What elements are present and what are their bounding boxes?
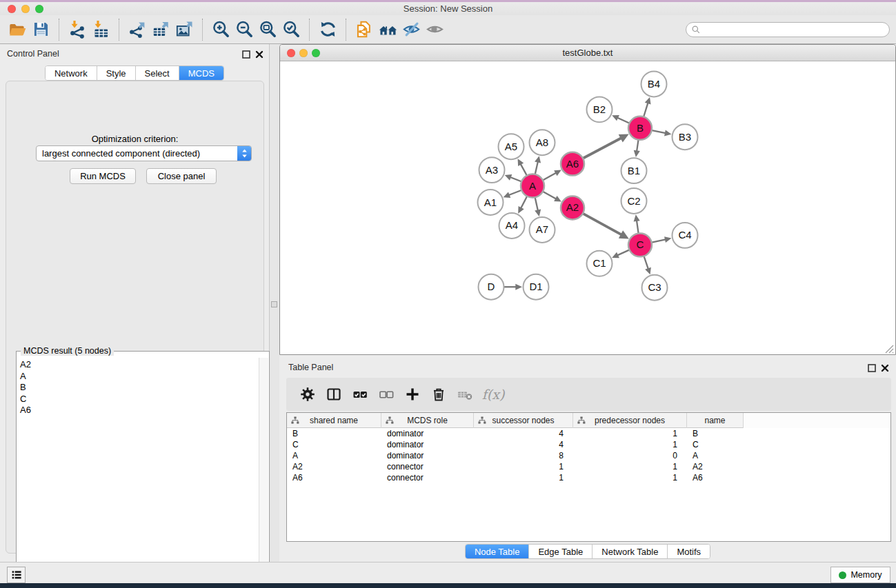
node-A7[interactable]: A7 [530,217,555,243]
node-C3[interactable]: C3 [642,275,668,301]
node-A[interactable]: A [521,174,544,198]
tab-select[interactable]: Select [136,66,179,81]
memory-button[interactable]: Memory [830,567,890,583]
node-A8[interactable]: A8 [530,130,555,155]
column-header-successor-nodes[interactable]: successor nodes [474,413,573,428]
apply-function-icon[interactable]: f(x) [479,383,503,406]
import-table-icon[interactable] [89,18,112,41]
edge-C-C1[interactable] [612,250,629,258]
window-resize-grip[interactable] [885,344,894,353]
mcds-result-item[interactable]: A2 [17,359,259,371]
mcds-result-item[interactable]: A [17,371,259,383]
node-A2[interactable]: A2 [561,196,584,220]
clone-network-icon[interactable] [352,18,376,41]
mcds-result-item[interactable]: B [17,382,259,394]
node-C1[interactable]: C1 [587,251,613,276]
select-all-checkboxes-icon[interactable] [348,383,372,406]
close-panel-icon[interactable] [254,49,264,59]
refresh-view-icon[interactable] [316,18,339,41]
float-panel-icon[interactable] [241,49,251,59]
edge-C-C2[interactable] [634,214,640,233]
table-row[interactable]: Adominator80A [287,450,890,461]
result-list-scrollbar[interactable] [259,358,268,582]
tab-edge-table[interactable]: Edge Table [529,545,593,559]
network-canvas[interactable]: B4B2BB3A5A8A6A3AB1A1A2C2A4A7C4CC1C3DD1 [280,61,895,354]
export-table-icon[interactable] [149,18,172,41]
node-B[interactable]: B [628,116,652,140]
optimization-criterion-dropdown[interactable]: largest connected component (directed) [36,145,252,161]
hide-graphics-details-icon[interactable] [399,18,423,41]
open-session-icon[interactable] [6,18,29,41]
edge-A-A8[interactable] [535,156,541,174]
edge-D-D1[interactable] [504,284,522,290]
edge-A-A2[interactable] [543,192,561,202]
tab-mcds[interactable]: MCDS [179,66,223,81]
node-A5[interactable]: A5 [499,134,524,159]
home-networks-icon[interactable] [376,18,399,41]
edge-A-A4[interactable] [518,196,527,214]
float-table-panel-icon[interactable] [866,363,877,373]
node-A3[interactable]: A3 [479,157,505,183]
node-B3[interactable]: B3 [673,124,698,150]
edge-B-B1[interactable] [634,140,640,157]
tab-motifs[interactable]: Motifs [668,545,710,559]
column-header-shared-name[interactable]: shared name [287,413,381,428]
delete-column-icon[interactable] [427,383,450,406]
edge-A-A3[interactable] [505,174,521,181]
edge-C-C3[interactable] [644,256,651,274]
split-panel-icon[interactable] [322,383,346,406]
zoom-fit-icon[interactable] [256,18,279,41]
show-graphics-details-icon[interactable] [423,18,446,41]
node-C4[interactable]: C4 [673,223,698,248]
edge-A6-B[interactable] [583,134,628,158]
close-panel-button[interactable]: Close panel [146,168,217,184]
zoom-selected-icon[interactable] [279,18,303,41]
splitter-handle[interactable] [271,301,277,307]
tab-network-table[interactable]: Network Table [593,545,668,559]
tab-style[interactable]: Style [97,66,136,81]
tab-node-table[interactable]: Node Table [466,545,530,559]
edge-A-A7[interactable] [535,198,541,216]
node-B1[interactable]: B1 [621,158,647,183]
edge-C-C4[interactable] [652,236,671,243]
table-row[interactable]: A6connector11A6 [287,472,890,483]
node-D1[interactable]: D1 [524,274,549,300]
mcds-result-item[interactable]: C [17,394,259,405]
save-session-icon[interactable] [29,18,52,41]
edge-A-A1[interactable] [504,190,521,198]
export-image-icon[interactable] [172,18,196,41]
edge-A2-C[interactable] [583,214,628,239]
deselect-all-checkboxes-icon[interactable] [375,383,398,406]
node-C[interactable]: C [628,233,652,256]
delete-table-icon[interactable] [453,383,477,406]
edge-B-B4[interactable] [644,97,650,116]
node-A4[interactable]: A4 [499,213,525,239]
mcds-result-item[interactable]: A6 [17,405,259,416]
panel-splitter[interactable] [270,44,279,562]
close-table-panel-icon[interactable] [879,363,890,373]
edge-B-B2[interactable] [612,115,629,123]
zoom-out-icon[interactable] [232,18,256,41]
edge-A-A6[interactable] [543,170,561,181]
node-A6[interactable]: A6 [561,152,584,176]
search-input[interactable] [701,23,889,36]
table-row[interactable]: Bdominator41B [287,428,890,439]
column-header-predecessor-nodes[interactable]: predecessor nodes [573,413,687,428]
tab-network[interactable]: Network [46,66,97,81]
node-D[interactable]: D [479,274,504,300]
column-header-mcds-role[interactable]: MCDS role [381,413,474,428]
table-row[interactable]: A2connector11A2 [287,461,890,472]
table-settings-icon[interactable] [296,383,319,406]
export-network-icon[interactable] [126,18,149,41]
zoom-in-icon[interactable] [209,18,232,41]
run-mcds-button[interactable]: Run MCDS [70,168,136,184]
table-row[interactable]: Cdominator41C [287,439,890,450]
edge-B-B3[interactable] [652,130,671,136]
node-A1[interactable]: A1 [478,190,504,215]
add-column-icon[interactable] [401,383,424,406]
node-B2[interactable]: B2 [587,97,613,122]
node-B4[interactable]: B4 [641,71,667,97]
import-network-icon[interactable] [66,18,89,41]
edge-A-A5[interactable] [518,159,527,175]
node-C2[interactable]: C2 [621,188,647,214]
